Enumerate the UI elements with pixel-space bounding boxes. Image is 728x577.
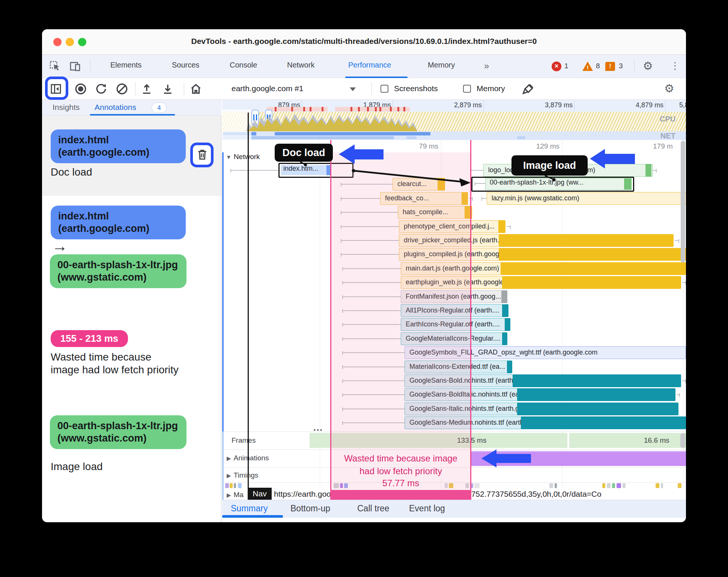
wasted-time-region (330, 152, 471, 490)
warning-count-icon[interactable]: ! (582, 62, 593, 71)
more-options-icon[interactable]: ⋮ (670, 60, 680, 72)
overview-timeline-ruler[interactable]: 879 ms 1,879 ms 2,879 ms 3,879 ms 4,879 … (222, 100, 686, 112)
nav-event-chip[interactable]: Nav (248, 488, 272, 500)
annotation-link-from[interactable]: index.html (earth.google.com) (51, 206, 186, 239)
frame-boundary (567, 433, 569, 448)
ruler-tick: 5,8 (679, 101, 686, 109)
expand-triangle-icon: ▶ (227, 492, 231, 498)
tab-memory[interactable]: Memory (428, 61, 455, 69)
tab-network[interactable]: Network (287, 61, 314, 69)
collapse-triangle-icon: ▼ (226, 154, 232, 160)
frame-duration: 16.6 ms (644, 436, 669, 445)
tab-event-log[interactable]: Event log (409, 503, 445, 514)
warning-count[interactable]: 8 (596, 62, 600, 70)
load-profile-icon[interactable] (140, 83, 153, 95)
error-count[interactable]: 1 (564, 62, 569, 70)
network-track-header[interactable]: ▼Network (226, 153, 260, 161)
divider (90, 60, 90, 72)
annotation-title: Image load (51, 461, 103, 473)
ruler-tick: 4,879 ms (622, 101, 663, 109)
screenshots-checkbox[interactable] (381, 85, 388, 93)
error-count-icon[interactable]: × (552, 62, 561, 71)
ruler-tick: 3,879 ms (531, 101, 573, 109)
more-tabs-icon[interactable]: » (484, 61, 489, 71)
sidebar-toggle-icon[interactable] (50, 83, 62, 95)
wasted-time-duration: 57.77 ms (330, 478, 471, 488)
cpu-activity-graph (222, 112, 686, 131)
doc-load-callout: Doc load (275, 144, 333, 162)
waterfall-scrollbar-thumb[interactable] (681, 141, 685, 263)
annotation-time-range[interactable]: 155 - 213 ms (51, 330, 128, 347)
network-overview-chart[interactable] (222, 131, 686, 140)
wasted-time-range-bar[interactable] (330, 490, 471, 500)
screenshot-stage: DevTools - earth.google.com/static/multi… (0, 0, 728, 577)
record-icon[interactable] (74, 83, 87, 95)
history-dropdown[interactable]: earth.google.com #1 (232, 84, 303, 93)
sidebar-tabs: Insights Annotations 4 (42, 100, 221, 116)
detail-ruler-tick: 79 ms (401, 142, 438, 150)
active-bottom-tab-underline (222, 515, 283, 518)
divider (184, 83, 184, 95)
inspect-element-icon[interactable] (49, 60, 61, 72)
main-track-label[interactable]: ▶Ma (227, 491, 244, 499)
memory-label: Memory (477, 84, 505, 93)
detail-ruler-tick: 129 ms (514, 142, 560, 150)
wasted-time-right-boundary (470, 140, 471, 500)
expand-triangle-icon: ▶ (227, 455, 231, 461)
screenshots-label: Screenshots (394, 84, 438, 93)
window-title: DevTools - earth.google.com/static/multi… (42, 37, 686, 46)
performance-main-panel: 879 ms 1,879 ms 2,879 ms 3,879 ms 4,879 … (222, 100, 686, 522)
issues-icon[interactable]: ! (605, 62, 615, 71)
annotations-count-badge: 4 (152, 102, 167, 113)
tab-performance[interactable]: Performance (348, 61, 391, 69)
tab-elements[interactable]: Elements (110, 61, 141, 69)
frames-track-label[interactable]: Frames (232, 436, 256, 445)
issues-count[interactable]: 3 (619, 62, 623, 70)
annotation-entry-label[interactable]: 00-earth-splash-1x-ltr.jpg (www.gstatic.… (50, 415, 187, 449)
trash-icon[interactable] (196, 148, 209, 161)
divider (372, 83, 372, 95)
clear-icon[interactable] (116, 83, 128, 95)
link-arrow-icon: → (52, 237, 68, 255)
divider (135, 83, 135, 95)
bottom-tabbar: Summary Bottom-up Call tree Event log (222, 500, 686, 518)
window-titlebar: DevTools - earth.google.com/static/multi… (42, 29, 686, 55)
navigation-marker-line (248, 113, 249, 500)
capture-settings-gear-icon[interactable]: ⚙ (664, 82, 674, 95)
home-icon[interactable] (190, 83, 202, 95)
device-toolbar-icon[interactable] (69, 60, 81, 72)
tracks-scrollbar-thumb[interactable] (680, 433, 685, 448)
reload-record-icon[interactable] (95, 83, 107, 95)
dropdown-arrow-icon[interactable] (350, 87, 356, 91)
tab-annotations[interactable]: Annotations (95, 103, 136, 112)
net-label: NET (660, 132, 675, 140)
animations-track-bar[interactable] (471, 451, 686, 466)
save-profile-icon[interactable] (161, 83, 174, 95)
settings-gear-icon[interactable]: ⚙ (643, 59, 653, 72)
expand-triangle-icon: ▶ (227, 472, 231, 479)
more-rows-indicator[interactable]: ... (311, 422, 326, 433)
tab-summary[interactable]: Summary (231, 503, 268, 514)
annotation-entry-label[interactable]: index.html (earth.google.com) (51, 129, 186, 163)
devtools-window: DevTools - earth.google.com/static/multi… (42, 29, 686, 522)
divider (634, 60, 635, 72)
tab-insights[interactable]: Insights (53, 103, 80, 112)
annotation-note: Wasted time because image had low fetch … (51, 351, 183, 376)
wasted-time-left-boundary (330, 140, 331, 500)
devtools-tabbar: Elements Sources Console Network Perform… (42, 55, 686, 78)
network-request-bar[interactable]: lazy.min.js (www.gstatic.com) (487, 192, 686, 205)
ruler-tick: 2,879 ms (441, 101, 482, 109)
annotated-request-splash-image[interactable]: 00-earth-splash-1x-ltr.jpg (ww... (471, 177, 634, 192)
tab-sources[interactable]: Sources (172, 61, 199, 69)
tab-console[interactable]: Console (230, 61, 257, 69)
memory-checkbox[interactable] (463, 85, 471, 93)
annotation-link-to[interactable]: 00-earth-splash-1x-ltr.jpg (www.gstatic.… (50, 254, 187, 288)
lower-track-accent (222, 431, 224, 500)
image-load-callout: Image load (511, 155, 588, 176)
annotations-sidebar: Insights Annotations 4 index.html (earth… (42, 100, 221, 522)
tab-bottom-up[interactable]: Bottom-up (290, 503, 330, 514)
tab-call-tree[interactable]: Call tree (357, 503, 390, 514)
timings-track-label[interactable]: ▶Timings (227, 471, 258, 479)
garbage-collect-icon[interactable] (522, 82, 535, 96)
annotation-title: Doc load (51, 166, 92, 178)
